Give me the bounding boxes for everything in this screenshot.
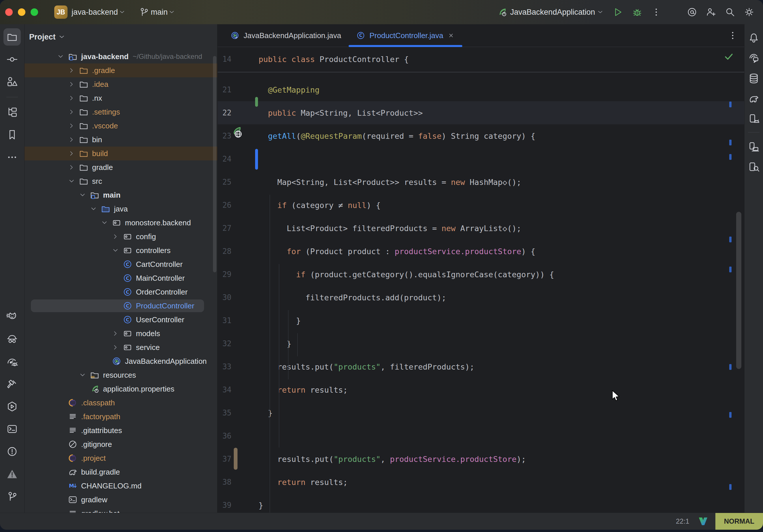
code-line-31[interactable]: 31 } xyxy=(218,309,744,332)
tree-item-.classpath[interactable]: .classpath xyxy=(25,396,217,410)
tool-device-explorer-button[interactable] xyxy=(746,159,762,175)
tool-terminal-button[interactable] xyxy=(3,420,21,438)
chevron-right-icon[interactable] xyxy=(68,136,79,144)
code-area[interactable]: 21 @GetMapping22 public Map<String, List… xyxy=(218,72,744,513)
chevron-down-icon[interactable] xyxy=(90,205,101,213)
chevron-down-icon[interactable] xyxy=(112,247,123,254)
run-icon[interactable] xyxy=(613,7,623,17)
code-line-25[interactable]: 25 Map<String, List<Product>> results = … xyxy=(218,170,744,194)
code-line-33[interactable]: 33 results.put("products", filteredProdu… xyxy=(218,355,744,378)
line-number[interactable]: 27 xyxy=(218,224,231,233)
tree-item-java-backend[interactable]: java-backend~/Github/java-backend xyxy=(25,50,217,63)
search-icon[interactable] xyxy=(725,7,735,17)
project-panel-header[interactable]: Project xyxy=(25,24,217,50)
sticky-line[interactable]: 14public class ProductController { xyxy=(218,47,744,72)
chevron-right-icon[interactable] xyxy=(68,108,79,116)
chevron-right-icon[interactable] xyxy=(112,344,123,351)
settings-gear-icon[interactable] xyxy=(744,7,754,17)
line-number[interactable]: 31 xyxy=(218,316,231,325)
tool-more-button[interactable] xyxy=(3,149,21,166)
chevron-down-icon[interactable] xyxy=(79,371,90,379)
chevron-right-icon[interactable] xyxy=(68,163,79,171)
tree-item-models[interactable]: models xyxy=(25,327,217,341)
tree-item-CHANGELOG.md[interactable]: MCHANGELOG.md xyxy=(25,479,217,493)
line-number[interactable]: 26 xyxy=(218,201,231,209)
tree-item-.idea[interactable]: .idea xyxy=(25,77,217,91)
tree-item-bin[interactable]: bin xyxy=(25,133,217,147)
line-number[interactable]: 14 xyxy=(218,55,231,63)
zoom-window-button[interactable] xyxy=(31,8,38,16)
tree-item-gradlew[interactable]: gradlew xyxy=(25,493,217,507)
tool-warnings-button[interactable] xyxy=(3,465,21,483)
tree-item-.project[interactable]: .project xyxy=(25,451,217,465)
line-number[interactable]: 24 xyxy=(218,155,231,163)
code-line-22[interactable]: 22 public Map<String, List<Product>> xyxy=(218,101,744,124)
code-line-34[interactable]: 34 return results; xyxy=(218,378,744,401)
tree-item-gradlew.bat[interactable]: gradlew.bat xyxy=(25,507,217,513)
project-widget[interactable]: java-backend xyxy=(67,8,126,17)
tool-device-mirror-button[interactable] xyxy=(746,139,762,155)
tree-item-.settings[interactable]: .settings xyxy=(25,105,217,119)
tree-item-CartController[interactable]: CCartController xyxy=(25,257,217,271)
vim-icon[interactable] xyxy=(698,516,708,526)
line-number[interactable]: 33 xyxy=(218,362,231,371)
chevron-right-icon[interactable] xyxy=(68,150,79,157)
debug-icon[interactable] xyxy=(632,7,642,17)
run-configuration-selector[interactable]: JavaBackendApplication xyxy=(497,7,604,17)
tab-productcontroller[interactable]: C ProductController.java xyxy=(349,24,462,47)
tree-item-controllers[interactable]: controllers xyxy=(25,244,217,257)
tree-item-resources[interactable]: resources xyxy=(25,368,217,382)
line-number[interactable]: 23 xyxy=(218,132,231,140)
tool-build-button[interactable] xyxy=(3,375,21,393)
tree-item-ProductController[interactable]: CProductController xyxy=(25,299,217,313)
line-number[interactable]: 38 xyxy=(218,478,231,486)
inspection-check-icon[interactable] xyxy=(723,52,734,62)
editor-scrollbar[interactable] xyxy=(736,212,741,369)
stripe-change-mark[interactable] xyxy=(729,237,731,242)
tree-item-JavaBackendApplication[interactable]: JavaBackendApplication xyxy=(25,354,217,368)
code-line-28[interactable]: 28 for (Product product : productService… xyxy=(218,240,744,263)
stripe-change-mark[interactable] xyxy=(729,484,731,490)
tool-hierarchy-button[interactable] xyxy=(3,104,21,121)
code-line-14[interactable]: 14public class ProductController { xyxy=(218,47,744,71)
chevron-right-icon[interactable] xyxy=(68,67,79,74)
tree-item-build[interactable]: build xyxy=(25,147,217,160)
tool-notifications-button[interactable] xyxy=(746,30,762,46)
tree-item-.gradle[interactable]: .gradle xyxy=(25,63,217,77)
tree-item-gradle[interactable]: gradle xyxy=(25,160,217,174)
chevron-right-icon[interactable] xyxy=(68,122,79,130)
endpoint-gutter-slot[interactable] xyxy=(230,125,244,140)
kebab-icon[interactable] xyxy=(651,7,661,17)
line-number[interactable]: 36 xyxy=(218,432,231,440)
gutter-tan-marker[interactable] xyxy=(234,448,238,470)
stripe-change-mark[interactable] xyxy=(729,154,731,160)
tree-item-config[interactable]: config xyxy=(25,230,217,244)
tree-item-.gitattributes[interactable]: .gitattributes xyxy=(25,424,217,437)
line-number[interactable]: 28 xyxy=(218,247,231,256)
chevron-down-icon[interactable] xyxy=(101,219,112,227)
tool-project-button[interactable] xyxy=(3,28,21,46)
tool-database-button[interactable] xyxy=(746,70,762,86)
line-number[interactable]: 32 xyxy=(218,339,231,348)
tool-running-devices-button[interactable] xyxy=(746,111,762,127)
line-number[interactable]: 30 xyxy=(218,293,231,302)
code-line-30[interactable]: 30 filteredProducts.add(product); xyxy=(218,286,744,309)
line-number[interactable]: 34 xyxy=(218,385,231,394)
tree-item-.gitignore[interactable]: .gitignore xyxy=(25,437,217,451)
tool-ai-cat-button[interactable] xyxy=(3,308,21,325)
tool-git-button[interactable] xyxy=(3,488,21,505)
app-logo[interactable]: JB xyxy=(54,5,67,19)
code-line-35[interactable]: 35 } xyxy=(218,401,744,424)
code-line-32[interactable]: 32 } xyxy=(218,332,744,355)
add-user-icon[interactable] xyxy=(706,7,716,17)
tree-item-.factorypath[interactable]: .factorypath xyxy=(25,410,217,424)
stripe-change-mark[interactable] xyxy=(729,266,731,272)
code-line-37[interactable]: 37 results.put("products", productServic… xyxy=(218,448,744,471)
tree-item-UserController[interactable]: CUserController xyxy=(25,313,217,327)
tree-item-.vscode[interactable]: .vscode xyxy=(25,119,217,133)
tree-item-application.properties[interactable]: application.properties xyxy=(25,382,217,396)
vcs-added-marker[interactable] xyxy=(255,97,258,107)
caret-position[interactable]: 22:1 xyxy=(676,517,690,525)
chevron-right-icon[interactable] xyxy=(112,233,123,240)
line-number[interactable]: 29 xyxy=(218,270,231,279)
